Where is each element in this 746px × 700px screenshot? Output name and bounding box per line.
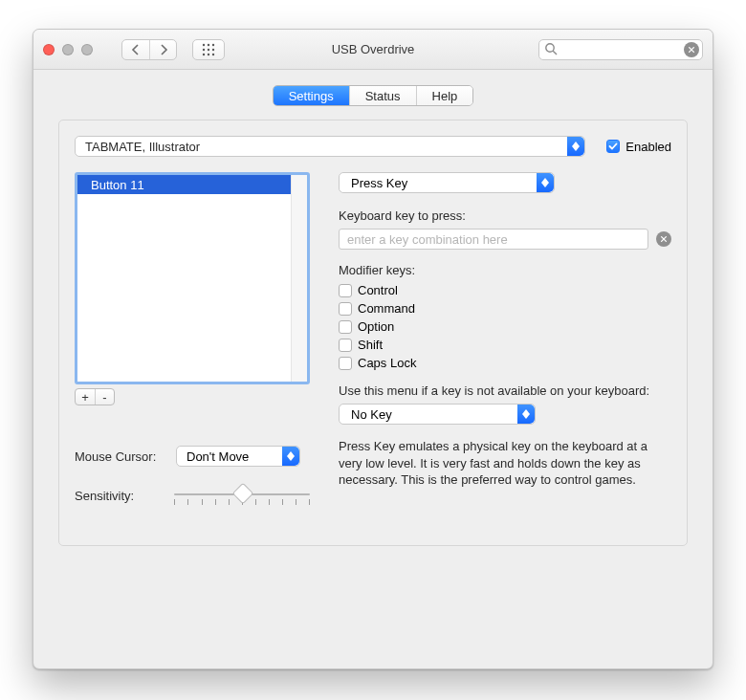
search-clear-button[interactable] (684, 42, 699, 57)
svg-point-1 (208, 43, 209, 45)
modifier-capslock-label: Caps Lock (358, 356, 416, 370)
action-type-popup[interactable]: Press Key (339, 172, 555, 193)
popup-arrows-icon (282, 447, 299, 466)
checkbox-icon (339, 302, 352, 316)
close-button[interactable] (43, 44, 55, 55)
modifier-option-label: Option (358, 319, 394, 334)
content-area: Settings Status Help TABMATE, Illustrato… (33, 70, 713, 567)
mouse-cursor-value: Don't Move (186, 449, 249, 464)
modifier-option[interactable]: Option (339, 319, 671, 334)
mouse-cursor-label: Mouse Cursor: (75, 449, 166, 464)
list-item[interactable]: Button 11 (77, 175, 307, 194)
checkbox-icon (606, 140, 620, 153)
remove-button[interactable]: - (95, 389, 114, 405)
enabled-checkbox[interactable]: Enabled (606, 140, 671, 154)
title-bar: USB Overdrive (33, 30, 713, 70)
svg-point-5 (212, 48, 214, 50)
tab-settings[interactable]: Settings (274, 86, 349, 105)
chevron-left-icon (129, 43, 143, 56)
window: USB Overdrive Settings Status Help TABMA… (33, 29, 713, 669)
back-button[interactable] (122, 40, 149, 59)
fallback-key-label: Use this menu if a key is not available … (339, 383, 671, 398)
keyboard-key-label: Keyboard key to press: (339, 208, 671, 223)
checkbox-icon (339, 284, 352, 297)
checkbox-icon (339, 339, 352, 352)
segmented-control: Settings Status Help (273, 85, 474, 106)
keyboard-key-block: Keyboard key to press: (339, 208, 671, 250)
profile-row: TABMATE, Illustrator Enabled (75, 136, 671, 157)
action-type-value: Press Key (351, 176, 407, 190)
minimize-button[interactable] (62, 44, 74, 55)
modifier-command-label: Command (358, 301, 415, 316)
svg-point-2 (212, 43, 214, 45)
settings-panel: TABMATE, Illustrator Enabled (58, 120, 688, 546)
mouse-cursor-row: Mouse Cursor: Don't Move (75, 446, 310, 467)
svg-point-4 (208, 48, 209, 50)
checkbox-icon (339, 357, 352, 370)
fallback-key-value: No Key (351, 407, 392, 422)
modifier-command[interactable]: Command (339, 301, 671, 316)
mouse-cursor-popup[interactable]: Don't Move (176, 446, 300, 467)
fallback-key-block: Use this menu if a key is not available … (339, 383, 671, 425)
sensitivity-slider[interactable] (174, 484, 310, 507)
chevron-right-icon (157, 43, 170, 56)
grid-icon (202, 43, 215, 56)
checkbox-icon (339, 320, 352, 334)
nav-buttons (121, 39, 177, 60)
modifier-control-label: Control (358, 283, 398, 297)
search-field-wrap (538, 39, 703, 60)
x-icon (688, 46, 695, 54)
sensitivity-label: Sensitivity: (75, 489, 165, 503)
maximize-button[interactable] (81, 44, 93, 55)
modifier-keys-block: Modifier keys: Control Command Option (339, 263, 671, 370)
right-column: Press Key Keyboard key to press: (339, 172, 671, 524)
search-icon (544, 42, 558, 58)
add-button[interactable]: + (76, 389, 95, 405)
fallback-key-popup[interactable]: No Key (339, 404, 536, 425)
tab-help[interactable]: Help (416, 86, 473, 105)
key-combination-field[interactable] (339, 229, 648, 250)
show-all-button[interactable] (192, 39, 225, 60)
svg-point-6 (203, 53, 205, 55)
clear-key-button[interactable] (656, 231, 671, 247)
left-column: Button 11 + - Mouse Cursor: Don't Move (75, 172, 310, 524)
modifier-shift[interactable]: Shift (339, 338, 671, 352)
traffic-lights (43, 44, 93, 55)
forward-button[interactable] (149, 40, 176, 59)
profile-selected: TABMATE, Illustrator (85, 140, 200, 154)
svg-point-9 (546, 43, 554, 51)
columns: Button 11 + - Mouse Cursor: Don't Move (75, 172, 671, 524)
button-list[interactable]: Button 11 (75, 172, 310, 384)
popup-arrows-icon (537, 173, 554, 192)
popup-arrows-icon (567, 137, 584, 156)
key-input-row (339, 229, 671, 250)
svg-point-8 (212, 53, 214, 55)
modifier-keys-label: Modifier keys: (339, 263, 671, 277)
segmented-tabs: Settings Status Help (58, 85, 688, 106)
svg-line-10 (553, 51, 557, 55)
svg-point-0 (203, 43, 205, 45)
search-input[interactable] (538, 39, 703, 60)
action-description: Press Key emulates a physical key on the… (339, 438, 671, 489)
modifier-shift-label: Shift (358, 338, 383, 352)
sensitivity-row: Sensitivity: (75, 484, 310, 507)
svg-point-3 (203, 48, 205, 50)
svg-point-7 (208, 53, 209, 55)
enabled-label: Enabled (625, 140, 671, 154)
profile-popup[interactable]: TABMATE, Illustrator (75, 136, 585, 157)
tab-status[interactable]: Status (349, 86, 416, 105)
left-controls: Mouse Cursor: Don't Move Sensitivity: (75, 446, 310, 507)
x-icon (660, 235, 668, 243)
modifier-control[interactable]: Control (339, 283, 671, 297)
modifier-capslock[interactable]: Caps Lock (339, 356, 671, 370)
popup-arrows-icon (517, 405, 535, 424)
add-remove-bar: + - (75, 388, 115, 405)
